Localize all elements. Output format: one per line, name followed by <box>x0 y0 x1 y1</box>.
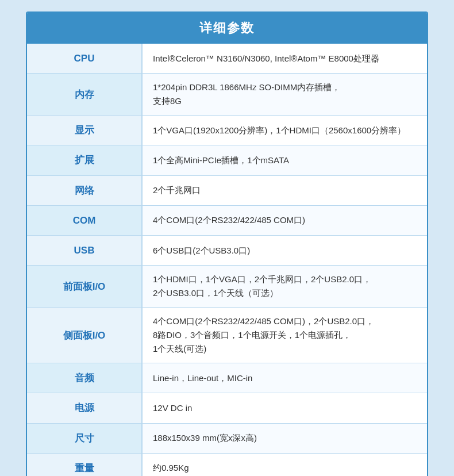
row-value: 1个VGA口(1920x1200分辨率)，1个HDMI口（2560x1600分辨… <box>142 116 427 145</box>
table-row: 扩展1个全高Mini-PCIe插槽，1个mSATA <box>27 145 427 175</box>
row-label: 内存 <box>27 74 142 116</box>
row-label: COM <box>27 205 142 235</box>
row-value: 6个USB口(2个USB3.0口) <box>142 235 427 265</box>
row-label: 电源 <box>27 393 142 423</box>
row-value: 2个千兆网口 <box>142 175 427 205</box>
table-row: 侧面板I/O4个COM口(2个RS232/422/485 COM口)，2个USB… <box>27 308 427 363</box>
row-label: 音频 <box>27 363 142 393</box>
row-value: Line-in，Line-out，MIC-in <box>142 363 427 393</box>
row-value: 12V DC in <box>142 393 427 423</box>
row-value: 1*204pin DDR3L 1866MHz SO-DIMM内存插槽， 支持8G <box>142 74 427 116</box>
table-row: 电源12V DC in <box>27 393 427 423</box>
table-row: 网络2个千兆网口 <box>27 175 427 205</box>
row-label: 尺寸 <box>27 423 142 453</box>
row-value: 1个全高Mini-PCIe插槽，1个mSATA <box>142 145 427 175</box>
spec-table: CPUIntel®Celeron™ N3160/N3060, Intel®Ato… <box>27 44 427 476</box>
table-row: USB6个USB口(2个USB3.0口) <box>27 235 427 265</box>
row-value: 4个COM口(2个RS232/422/485 COM口)，2个USB2.0口， … <box>142 308 427 363</box>
row-label: 前面板I/O <box>27 266 142 308</box>
row-label: USB <box>27 235 142 265</box>
row-label: 侧面板I/O <box>27 308 142 363</box>
row-value: 1个HDMI口，1个VGA口，2个千兆网口，2个USB2.0口， 2个USB3.… <box>142 266 427 308</box>
table-row: 音频Line-in，Line-out，MIC-in <box>27 363 427 393</box>
row-label: CPU <box>27 44 142 74</box>
row-label: 网络 <box>27 175 142 205</box>
row-label: 显示 <box>27 116 142 145</box>
spec-table-wrapper: 详细参数 CPUIntel®Celeron™ N3160/N3060, Inte… <box>26 11 428 476</box>
row-label: 扩展 <box>27 145 142 175</box>
table-row: 尺寸188x150x39 mm(宽x深x高) <box>27 423 427 453</box>
row-value: 约0.95Kg <box>142 453 427 476</box>
table-row: CPUIntel®Celeron™ N3160/N3060, Intel®Ato… <box>27 44 427 74</box>
table-title: 详细参数 <box>27 13 427 44</box>
table-row: 内存1*204pin DDR3L 1866MHz SO-DIMM内存插槽， 支持… <box>27 74 427 116</box>
row-value: 188x150x39 mm(宽x深x高) <box>142 423 427 453</box>
table-row: 重量约0.95Kg <box>27 453 427 476</box>
table-row: 显示1个VGA口(1920x1200分辨率)，1个HDMI口（2560x1600… <box>27 116 427 145</box>
row-value: 4个COM口(2个RS232/422/485 COM口) <box>142 205 427 235</box>
table-row: COM4个COM口(2个RS232/422/485 COM口) <box>27 205 427 235</box>
row-value: Intel®Celeron™ N3160/N3060, Intel®Atom™ … <box>142 44 427 74</box>
table-row: 前面板I/O1个HDMI口，1个VGA口，2个千兆网口，2个USB2.0口， 2… <box>27 266 427 308</box>
row-label: 重量 <box>27 453 142 476</box>
